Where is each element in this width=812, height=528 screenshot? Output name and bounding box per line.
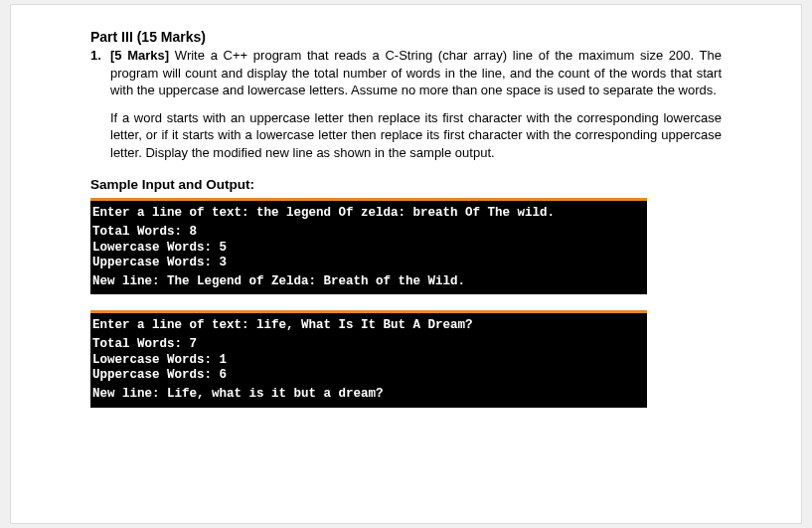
terminal-output-1: Enter a line of text: the legend Of zeld…: [90, 198, 647, 294]
marks-label: [5 Marks]: [110, 48, 169, 63]
t2-line1: Enter a line of text: life, What Is It B…: [92, 318, 473, 332]
question-paragraph-1: [5 Marks] Write a C++ program that reads…: [110, 47, 722, 99]
t2-line2: Total Words: 7: [92, 337, 197, 351]
t2-line5: New line: Life, what is it but a dream?: [92, 387, 384, 401]
t1-line2: Total Words: 8: [92, 225, 197, 239]
document-page: Part III (15 Marks) 1. [5 Marks] Write a…: [10, 4, 802, 524]
part-heading: Part III (15 Marks): [90, 29, 722, 45]
terminal-output-2: Enter a line of text: life, What Is It B…: [90, 310, 647, 407]
t2-line4: Uppercase Words: 6: [92, 368, 227, 382]
question-body: [5 Marks] Write a C++ program that reads…: [110, 47, 722, 171]
t1-line4: Uppercase Words: 3: [92, 256, 227, 269]
para1-text: Write a C++ program that reads a C-Strin…: [110, 48, 722, 97]
question-row: 1. [5 Marks] Write a C++ program that re…: [90, 47, 722, 171]
t2-line3: Lowercase Words: 1: [92, 353, 227, 367]
sample-heading: Sample Input and Output:: [90, 177, 722, 192]
t1-line1: Enter a line of text: the legend Of zeld…: [92, 206, 555, 220]
t1-line5: New line: The Legend of Zelda: Breath of…: [92, 274, 465, 288]
question-paragraph-2: If a word starts with an uppercase lette…: [110, 109, 722, 162]
t1-line3: Lowercase Words: 5: [92, 241, 227, 255]
question-number: 1.: [90, 47, 110, 171]
